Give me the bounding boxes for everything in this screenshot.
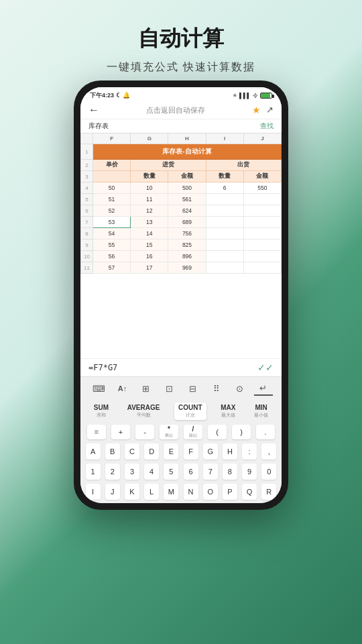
col-i[interactable]: I: [206, 133, 243, 144]
func-sum-label: SUM: [94, 404, 109, 411]
key-k[interactable]: K: [125, 484, 139, 500]
key-0[interactable]: 0: [261, 464, 276, 480]
func-max[interactable]: MAX 最大值: [217, 402, 239, 420]
phone-wrapper: 下午4:23 ☾ 🔔 ✳ ▌▌▌ 令 ← 点击返回自动保存 ★ ↗: [74, 80, 288, 510]
signal-icon: ▌▌▌: [239, 93, 251, 99]
phone-frame: 下午4:23 ☾ 🔔 ✳ ▌▌▌ 令 ← 点击返回自动保存 ★ ↗: [74, 80, 288, 510]
key-p[interactable]: P: [223, 484, 237, 500]
func-min[interactable]: MIN 最小值: [250, 402, 272, 420]
table-row-8[interactable]: 8 54 14 756: [81, 228, 282, 239]
sub-header-ch-num: 数量: [206, 171, 243, 182]
func-average-sub: 平均数: [137, 412, 151, 419]
key-o[interactable]: O: [203, 484, 218, 500]
header-danjia: 单价: [93, 160, 131, 171]
status-bar: 下午4:23 ☾ 🔔 ✳ ▌▌▌ 令: [80, 87, 282, 101]
op-plus[interactable]: +: [111, 425, 130, 439]
key-e[interactable]: E: [164, 443, 178, 460]
page-title: 自动计算: [0, 0, 362, 54]
formula-bar: =F7*G7 ✓✓: [80, 358, 282, 376]
op-lparen[interactable]: (: [208, 425, 227, 439]
sheet-toolbar: 库存表 查找: [80, 119, 282, 133]
table-row-11[interactable]: 11 57 17 969: [81, 262, 282, 274]
key-n[interactable]: N: [184, 484, 198, 500]
key-r[interactable]: R: [261, 484, 276, 500]
key-1[interactable]: 1: [86, 464, 101, 480]
op-rparen[interactable]: ): [232, 425, 251, 439]
col-g[interactable]: G: [131, 133, 168, 144]
key-a[interactable]: A: [86, 443, 101, 460]
col-j[interactable]: J: [243, 133, 281, 144]
table-row-9[interactable]: 9 55 15 825: [81, 239, 282, 251]
header-jinghuo: 进货: [131, 160, 206, 171]
grid-icon[interactable]: ⠿: [207, 381, 226, 396]
text-format-icon[interactable]: A↑: [113, 381, 132, 396]
corner-cell: [81, 133, 93, 144]
filter-icon[interactable]: ⊟: [184, 381, 202, 396]
refresh-icon[interactable]: ⊙: [231, 381, 249, 396]
key-g[interactable]: G: [203, 443, 218, 460]
key-l[interactable]: L: [144, 484, 159, 500]
col-h[interactable]: H: [168, 133, 206, 144]
back-button[interactable]: ←: [88, 104, 99, 116]
key-4[interactable]: 4: [144, 464, 159, 480]
func-average[interactable]: AVERAGE 平均数: [123, 402, 164, 420]
operator-row: = + - * 乘以 / 除以 ( ) .: [80, 423, 282, 441]
table-row-3: 3 数量 金额 数量 金额: [81, 171, 282, 182]
table-icon[interactable]: ⊞: [137, 381, 156, 396]
enter-icon[interactable]: ↵: [254, 381, 273, 396]
key-colon[interactable]: :: [242, 443, 257, 460]
func-min-label: MIN: [255, 404, 267, 411]
table-row-2: 2 单价 进货 出货: [81, 160, 282, 171]
formula-confirm[interactable]: ✓✓: [257, 362, 274, 373]
row-num-3: 3: [81, 171, 93, 182]
key-5[interactable]: 5: [164, 464, 178, 480]
key-9[interactable]: 9: [242, 464, 257, 480]
key-i[interactable]: I: [86, 484, 101, 500]
table-row-10[interactable]: 10 56 16 896: [81, 251, 282, 262]
op-multiply[interactable]: * 乘以: [160, 425, 178, 439]
key-comma[interactable]: ,: [261, 443, 276, 460]
export-button[interactable]: ↗: [266, 105, 274, 115]
selected-cell[interactable]: 53: [93, 217, 131, 228]
bluetooth-icon: ✳: [233, 93, 237, 99]
key-j[interactable]: J: [105, 484, 120, 500]
spreadsheet[interactable]: F G H I J 1 库存表-自动计算: [80, 133, 282, 358]
table-row-7[interactable]: 7 53 13 689: [81, 217, 282, 228]
op-divide[interactable]: / 除以: [184, 425, 202, 439]
formula-input[interactable]: =F7*G7: [88, 363, 117, 372]
key-m[interactable]: M: [164, 484, 178, 500]
func-sum-sub: 求和: [97, 412, 106, 419]
key-d[interactable]: D: [144, 443, 159, 460]
key-c[interactable]: C: [125, 443, 139, 460]
row-num-2: 2: [81, 160, 93, 171]
key-6[interactable]: 6: [184, 464, 198, 480]
func-count[interactable]: COUNT 计次: [174, 402, 206, 420]
key-8[interactable]: 8: [223, 464, 237, 480]
star-button[interactable]: ★: [252, 105, 261, 115]
find-button[interactable]: 查找: [260, 121, 274, 131]
keyboard-icon[interactable]: ⌨: [90, 381, 109, 396]
func-count-sub: 计次: [186, 412, 195, 419]
key-3[interactable]: 3: [125, 464, 139, 480]
op-dot[interactable]: .: [256, 425, 275, 439]
key-f[interactable]: F: [184, 443, 198, 460]
phone-screen: 下午4:23 ☾ 🔔 ✳ ▌▌▌ 令 ← 点击返回自动保存 ★ ↗: [80, 87, 282, 503]
key-q[interactable]: Q: [242, 484, 257, 500]
key-2[interactable]: 2: [105, 464, 120, 480]
key-h[interactable]: H: [223, 443, 237, 460]
func-average-label: AVERAGE: [127, 404, 160, 411]
table-row-5[interactable]: 5 51 11 561: [81, 194, 282, 205]
op-minus[interactable]: -: [135, 425, 154, 439]
table-row-6[interactable]: 6 52 12 624: [81, 205, 282, 217]
func-count-label: COUNT: [178, 404, 202, 411]
key-7[interactable]: 7: [203, 464, 218, 480]
op-equals[interactable]: =: [87, 425, 106, 439]
col-f[interactable]: F: [93, 133, 131, 144]
key-b[interactable]: B: [105, 443, 120, 460]
func-sum[interactable]: SUM 求和: [90, 402, 113, 420]
nav-bar: ← 点击返回自动保存 ★ ↗: [80, 101, 282, 119]
letter-row-2: I J K L M N O P Q R: [80, 482, 282, 503]
table-row-4[interactable]: 4 50 10 500 6 550: [81, 182, 282, 194]
func-min-sub: 最小值: [254, 412, 268, 419]
freeze-icon[interactable]: ⊡: [160, 381, 179, 396]
